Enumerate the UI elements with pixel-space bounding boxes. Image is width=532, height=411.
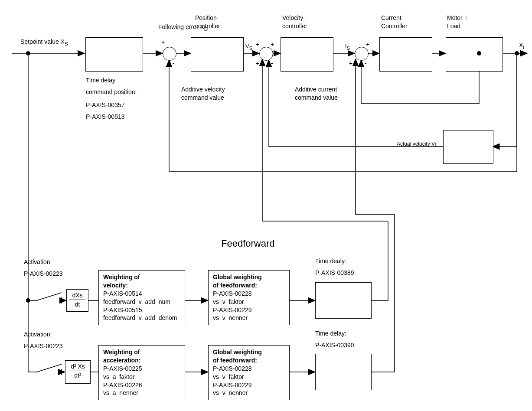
sum2-plus-top: + (271, 40, 274, 49)
label-vs: VS (245, 42, 252, 51)
summing-junction-1 (163, 47, 176, 61)
summing-junction-2 (259, 47, 273, 61)
td-line1: Time delay (86, 76, 115, 85)
actual-velocity-block (443, 130, 493, 164)
sum1-minus: - (173, 59, 175, 68)
feedforward-title: Feedforward (221, 237, 275, 250)
sum3-plus-left: + (349, 59, 352, 68)
tap-dot-setpoint (26, 51, 30, 55)
label-setpoint: Setpoint value XS (20, 38, 68, 47)
ff-vel-activation-p: P-AXIS-00223 (24, 270, 63, 278)
summing-junction-3 (355, 47, 369, 61)
sum3-plus-top: + (366, 40, 369, 49)
td-line3: P-AXIS-00357 (86, 101, 125, 109)
sum2-plus-bottom: + (256, 59, 259, 68)
tap-dot-ff (26, 298, 30, 303)
ff-vel-activation: Activation (24, 258, 50, 266)
label-position-controller: Position- controller (195, 14, 220, 30)
ff-vel-td-label: Time dealy: (315, 257, 346, 265)
weighting-acceleration-box: Weighting of acceleration: P-AXIS-00225 … (98, 345, 185, 400)
global-weighting-acceleration-box: Global weighting of feedforward: P-AXIS-… (208, 345, 290, 400)
sum2-minus: - (271, 59, 273, 68)
derivative-velocity-box: dXs dt (66, 289, 88, 312)
sum2-plus-left: + (256, 40, 259, 49)
td-line2: command position: (86, 88, 137, 96)
label-xi: Xi (519, 41, 524, 50)
label-current-controller: Current- Controller (381, 14, 408, 30)
label-additive-velocity: Additive velocity command value (181, 85, 225, 102)
tap-dot-output (515, 51, 519, 55)
time-delay-block (85, 37, 143, 72)
label-actual-velocity: Actual velocity Vi (397, 140, 436, 147)
position-controller-block (191, 37, 244, 72)
svg-line-13 (37, 293, 62, 300)
velocity-controller-block (281, 37, 333, 72)
sum1-plus: + (161, 38, 165, 46)
deriv1-num: dXs (69, 291, 85, 300)
label-velocity-controller: Velocity- controller (282, 14, 307, 30)
label-is: IS (345, 42, 350, 51)
ff-vel-timedelay-box (315, 282, 372, 319)
deriv2-den: dt² (68, 371, 88, 380)
label-motor-load: Motor + Load (447, 14, 468, 30)
svg-line-20 (37, 364, 62, 372)
diagram-canvas: Setpoint value XS Following error XD Pos… (0, 0, 532, 411)
deriv2-num: d² Xs (68, 362, 88, 371)
derivative-acceleration-box: d² Xs dt² (65, 360, 91, 384)
weighting-velocity-box: Weighting of velocity: P-AXIS-00514 feed… (98, 270, 185, 325)
label-additive-current: Additive current command value (295, 85, 338, 102)
ff-acc-td-p: P-AXIS-00390 (315, 341, 354, 349)
ff-acc-td-label: Time delay: (315, 329, 346, 338)
sum3-minus: - (365, 59, 367, 68)
ff-vel-td-p: P-AXIS-00389 (315, 269, 354, 277)
ff-acc-activation: Activation: (24, 330, 52, 339)
current-controller-block (379, 37, 432, 72)
tap-dot-current-fb (477, 51, 481, 55)
ff-acc-activation-p: P-AXIS-00223 (24, 342, 63, 350)
td-line4: P-AXIS-00513 (86, 113, 125, 121)
motor-load-block (446, 37, 503, 72)
deriv1-den: dt (69, 300, 85, 309)
ff-acc-timedelay-box (315, 354, 372, 390)
global-weighting-velocity-box: Global weighting of feedforward: P-AXIS-… (208, 270, 290, 325)
